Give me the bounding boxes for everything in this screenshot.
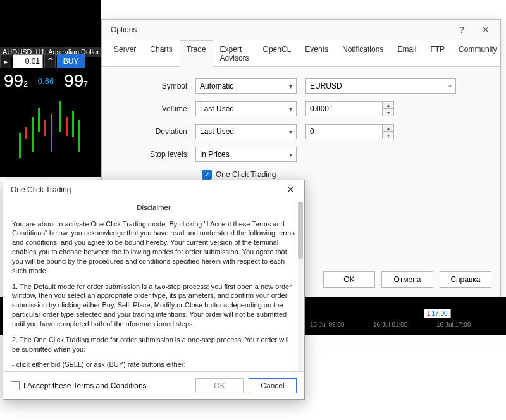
input-volume[interactable]: 0.0001 — [305, 101, 383, 116]
input-value: EURUSD — [310, 82, 342, 90]
options-titlebar[interactable]: Options ? ✕ — [102, 20, 500, 40]
select-deviation-mode[interactable]: Last Used — [195, 124, 297, 139]
tab-opencl[interactable]: OpenCL — [256, 40, 299, 67]
tab-notifications[interactable]: Notifications — [335, 40, 390, 67]
select-value: In Prices — [200, 150, 230, 159]
time-mark: 16 Jul 01:00 — [373, 321, 408, 328]
select-value: Last Used — [200, 127, 234, 136]
sell-price[interactable]: 99 2 — [0, 70, 32, 92]
price-right-big: 99 — [64, 71, 83, 91]
one-click-trading-dialog: One Click Trading ✕ Disclaimer You are a… — [3, 180, 305, 400]
oct-paragraph-3l1: - click either bid (SELL) or ask (BUY) r… — [12, 360, 295, 369]
quick-trade-volume-stepper[interactable]: ⌃ — [44, 54, 56, 68]
tab-trade[interactable]: Trade — [180, 40, 213, 67]
tab-ftp[interactable]: FTP — [423, 40, 452, 67]
label-deviation: Deviation: — [114, 127, 195, 136]
tab-charts[interactable]: Charts — [143, 40, 179, 67]
quick-trade-volume-input[interactable] — [13, 54, 43, 68]
quick-trade-toggle[interactable]: ▸ — [0, 54, 11, 68]
close-icon[interactable]: ✕ — [475, 22, 497, 37]
time-bubble-2: 1 17:00 — [424, 309, 451, 318]
close-icon[interactable]: ✕ — [281, 183, 299, 197]
select-stop-levels[interactable]: In Prices — [195, 147, 297, 162]
time-mark: 16 Jul 17:00 — [436, 321, 471, 328]
candlestick-chart — [0, 95, 101, 177]
select-symbol-mode[interactable]: Automatic — [195, 78, 297, 94]
ok-button[interactable]: OK — [323, 271, 375, 288]
price-panel: 99 2 0.66 99 7 — [0, 70, 92, 92]
oct-cancel-button[interactable]: Cancel — [249, 378, 297, 393]
tab-events[interactable]: Events — [298, 40, 335, 67]
label-stop-levels: Stop levels: — [114, 150, 195, 159]
label-symbol: Symbol: — [114, 82, 195, 90]
accept-label: I Accept these Terms and Conditions — [23, 381, 147, 390]
oct-ok-button[interactable]: OK — [195, 378, 244, 393]
options-tabs: Server Charts Trade Expert Advisors Open… — [102, 40, 500, 67]
checkbox-unchecked-icon — [11, 381, 20, 390]
checkbox-label: One Click Trading — [216, 170, 276, 179]
input-value: 0.0001 — [310, 104, 333, 113]
label-volume: Volume: — [114, 104, 195, 113]
price-left-sup: 2 — [23, 80, 28, 89]
volume-spinner[interactable]: ▲▼ — [383, 101, 394, 116]
price-right-sup: 7 — [83, 80, 88, 89]
one-click-trading-checkbox[interactable]: ✓ One Click Trading — [202, 170, 488, 180]
checkbox-checked-icon: ✓ — [202, 170, 212, 180]
help-button[interactable]: Справка — [440, 271, 491, 288]
tab-community[interactable]: Community — [452, 40, 504, 67]
oct-title-text: One Click Trading — [11, 185, 71, 194]
oct-titlebar[interactable]: One Click Trading ✕ — [3, 180, 304, 199]
oct-heading: Disclaimer — [12, 203, 295, 213]
time-mark: 15 Jul 09:00 — [310, 321, 345, 328]
options-buttons: OK Отмена Справка — [323, 271, 491, 288]
oct-paragraph-1: You are about to activate One Click Trad… — [12, 219, 295, 276]
price-left-big: 99 — [4, 71, 23, 91]
options-title: Options — [111, 25, 137, 34]
input-deviation[interactable]: 0 — [305, 124, 383, 139]
quick-trade-panel: ▸ ⌃ BUY — [0, 54, 85, 68]
tab-server[interactable]: Server — [107, 40, 143, 67]
tab-expert-advisors[interactable]: Expert Advisors — [213, 40, 256, 67]
oct-paragraph-2: 1. The Default mode for order submission… — [12, 282, 295, 329]
buy-price[interactable]: 99 7 — [60, 70, 92, 92]
bubble-seg: 17:00 — [432, 310, 448, 317]
chart-area: USD,H1 AUDUSD, H1: Australian Dollar vs … — [0, 0, 101, 177]
cancel-button[interactable]: Отмена — [381, 271, 433, 288]
input-value: 0 — [310, 127, 314, 136]
deviation-spinner[interactable]: ▲▼ — [383, 124, 394, 139]
scrollbar[interactable] — [298, 202, 303, 371]
scroll-thumb[interactable] — [298, 202, 303, 259]
oct-footer: I Accept these Terms and Conditions OK C… — [3, 371, 304, 399]
select-value: Automatic — [200, 82, 233, 90]
select-value: Last Used — [200, 104, 234, 113]
buy-button[interactable]: BUY — [57, 54, 85, 68]
oct-paragraph-3l2: - on the Trading tab in the Market Watch… — [12, 369, 295, 371]
options-form: Symbol: Automatic EURUSD Volume: Last Us… — [102, 67, 500, 191]
tab-email[interactable]: Email — [390, 40, 423, 67]
bubble-seg: 1 — [427, 310, 431, 317]
oct-body: Disclaimer You are about to activate One… — [3, 199, 304, 371]
accept-terms-checkbox[interactable]: I Accept these Terms and Conditions — [11, 381, 147, 390]
select-symbol-pair[interactable]: EURUSD — [305, 78, 456, 94]
price-mid: 0.66 — [38, 77, 54, 86]
help-icon[interactable]: ? — [451, 22, 472, 37]
select-volume-mode[interactable]: Last Used — [195, 101, 297, 116]
oct-paragraph-3: 2. The One Click Trading mode for order … — [12, 335, 295, 354]
